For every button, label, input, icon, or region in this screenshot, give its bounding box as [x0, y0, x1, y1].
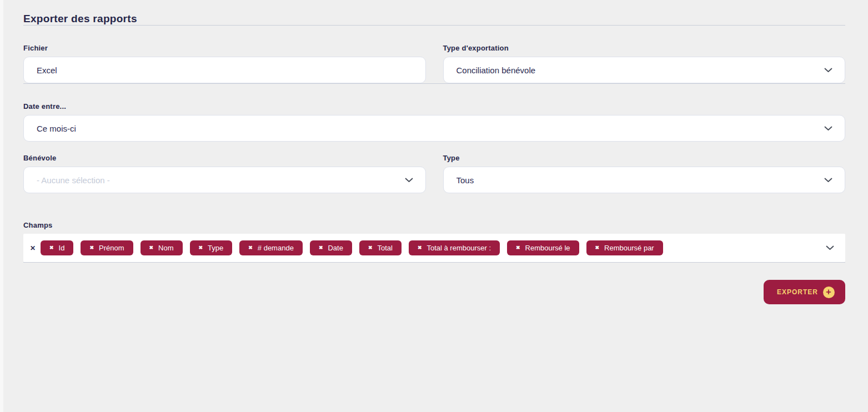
- type-label: Type: [443, 154, 846, 162]
- date-entre-label: Date entre...: [23, 102, 845, 110]
- type-exportation-field: Type d'exportation Conciliation bénévole: [443, 44, 846, 83]
- chevron-down-icon: [405, 178, 413, 183]
- tag-remove-icon[interactable]: ✖: [418, 245, 422, 250]
- row-benevole-type: Bénévole - Aucune sélection - Type Tous: [23, 154, 845, 193]
- export-button-label: EXPORTER: [777, 288, 818, 296]
- champs-multiselect[interactable]: ✕ ✖ Id ✖ Prénom ✖ Nom ✖ Type ✖ # demande…: [23, 234, 845, 262]
- tag-label: Total: [377, 244, 392, 252]
- tag-remove-icon[interactable]: ✖: [516, 245, 520, 250]
- date-entre-select[interactable]: Ce mois-ci: [23, 115, 845, 142]
- field-tag: ✖ Nom: [141, 240, 183, 255]
- export-button[interactable]: EXPORTER +: [764, 280, 845, 304]
- tag-remove-icon[interactable]: ✖: [368, 245, 373, 250]
- benevole-select[interactable]: - Aucune sélection -: [23, 167, 426, 193]
- field-tag: ✖ Remboursé par: [586, 240, 663, 255]
- chevron-down-icon: [824, 68, 832, 73]
- tag-label: Remboursé le: [525, 244, 570, 252]
- type-exportation-select[interactable]: Conciliation bénévole: [443, 57, 846, 83]
- type-value: Tous: [456, 175, 474, 185]
- champs-field: Champs ✕ ✖ Id ✖ Prénom ✖ Nom ✖ Type ✖ # …: [23, 221, 845, 262]
- benevole-placeholder: - Aucune sélection -: [37, 175, 110, 185]
- field-tag: ✖ Id: [41, 240, 73, 255]
- fichier-label: Fichier: [23, 44, 426, 52]
- type-exportation-label: Type d'exportation: [443, 44, 846, 52]
- tag-label: Id: [59, 244, 65, 252]
- tag-label: Date: [328, 244, 343, 252]
- tag-remove-icon[interactable]: ✖: [49, 245, 54, 250]
- tag-label: # demande: [258, 244, 294, 252]
- chevron-down-icon: [826, 245, 834, 250]
- tag-remove-icon[interactable]: ✖: [595, 245, 600, 250]
- date-entre-field: Date entre... Ce mois-ci: [23, 102, 845, 142]
- field-tag: ✖ Total: [359, 240, 402, 255]
- date-entre-value: Ce mois-ci: [37, 124, 76, 133]
- champs-label: Champs: [23, 221, 845, 229]
- fichier-input[interactable]: [23, 57, 426, 83]
- tag-remove-icon[interactable]: ✖: [89, 245, 94, 250]
- field-tag: ✖ Remboursé le: [507, 240, 579, 255]
- page-left-edge: [0, 0, 3, 412]
- export-reports-page: Exporter des rapports Fichier Type d'exp…: [0, 0, 868, 412]
- section-divider: [23, 25, 845, 26]
- field-tag: ✖ Prénom: [81, 240, 133, 255]
- type-exportation-value: Conciliation bénévole: [456, 66, 536, 75]
- benevole-label: Bénévole: [23, 154, 426, 162]
- tag-remove-icon[interactable]: ✖: [199, 245, 203, 250]
- chevron-down-icon: [824, 178, 832, 183]
- page-title: Exporter des rapports: [23, 0, 845, 25]
- fichier-field: Fichier: [23, 44, 426, 83]
- section-divider: [23, 83, 845, 84]
- tag-remove-icon[interactable]: ✖: [149, 245, 154, 250]
- tag-remove-icon[interactable]: ✖: [319, 245, 323, 250]
- tag-label: Total à rembourser :: [427, 244, 491, 252]
- field-tag: ✖ Total à rembourser :: [409, 240, 500, 255]
- field-tag: ✖ # demande: [239, 240, 303, 255]
- tag-label: Type: [208, 244, 223, 252]
- plus-icon: +: [823, 287, 835, 298]
- chevron-down-icon: [824, 126, 832, 131]
- field-tag: ✖ Date: [310, 240, 352, 255]
- tag-label: Prénom: [99, 244, 124, 252]
- tag-remove-icon[interactable]: ✖: [248, 245, 253, 250]
- type-field: Type Tous: [443, 154, 846, 193]
- champs-tags: ✖ Id ✖ Prénom ✖ Nom ✖ Type ✖ # demande ✖…: [41, 240, 819, 255]
- row-file-exporttype: Fichier Type d'exportation Conciliation …: [23, 44, 845, 83]
- benevole-field: Bénévole - Aucune sélection -: [23, 154, 426, 193]
- clear-all-icon[interactable]: ✕: [30, 245, 36, 252]
- tag-label: Remboursé par: [604, 244, 654, 252]
- type-select[interactable]: Tous: [443, 167, 846, 193]
- tag-label: Nom: [158, 244, 173, 252]
- actions-bar: EXPORTER +: [23, 280, 845, 304]
- section-divider: [23, 262, 845, 263]
- field-tag: ✖ Type: [190, 240, 233, 255]
